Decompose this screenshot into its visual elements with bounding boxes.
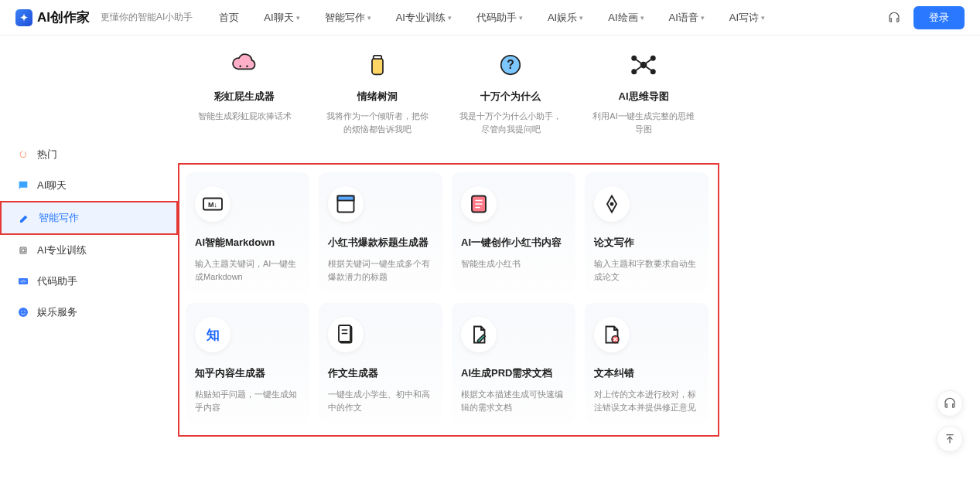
sidebar-item-chip[interactable]: AI专业训练 [0,235,178,266]
fire-icon [17,148,29,161]
card-title: 彩虹屁生成器 [192,90,297,104]
content-area: 彩虹屁生成器智能生成彩虹屁吹捧话术情绪树洞我将作为一个倾听者，把你的烦恼都告诉我… [178,36,980,483]
card-title: 文本纠错 [594,366,699,380]
login-button[interactable]: 登录 [913,6,965,29]
chip-icon [17,244,29,257]
writing-card-7[interactable]: 文本纠错对上传的文本进行校对，标注错误文本并提供修正意见 [585,303,709,424]
nav-item-2[interactable]: 智能写作▾ [325,11,371,25]
card-title: 知乎内容生成器 [195,366,300,380]
card-desc: 输入主题关键词，AI一键生成Markdown [195,257,300,283]
svg-rect-10 [374,56,382,59]
svg-text:M↓: M↓ [208,201,217,209]
writing-card-2[interactable]: AI一键创作小红书内容智能生成小红书 [452,172,575,294]
card-desc: 我是十万个为什么小助手，尽管向我提问吧 [458,110,563,135]
cloud-icon [226,46,263,83]
sidebar-label: AI聊天 [37,179,67,192]
float-buttons [937,390,963,452]
writing-card-1[interactable]: 小红书爆款标题生成器根据关键词一键生成多个有爆款潜力的标题 [319,172,442,294]
sidebar-item-smile[interactable]: 娱乐服务 [0,297,178,328]
support-button[interactable] [937,390,963,417]
card-title: 小红书爆款标题生成器 [328,236,433,250]
card-title: 论文写作 [594,236,699,250]
svg-text:知: 知 [206,328,220,342]
nav-item-5[interactable]: AI娱乐▾ [548,11,583,25]
window-icon [328,186,364,222]
chat-icon [17,179,29,192]
nav-item-4[interactable]: 代码助手▾ [476,11,523,25]
card-desc: 智能生成小红书 [461,257,566,270]
writing-tools-highlight: M↓AI智能Markdown输入主题关键词，AI一键生成Markdown小红书爆… [178,163,719,437]
svg-text:</>: </> [20,279,26,284]
writing-tools-grid: M↓AI智能Markdown输入主题关键词，AI一键生成Markdown小红书爆… [186,172,712,424]
question-icon: ? [492,46,529,83]
edit-icon [19,212,31,224]
chevron-down-icon: ▾ [579,14,583,22]
sidebar-label: AI专业训练 [37,243,87,257]
nav-item-6[interactable]: AI绘画▾ [608,11,644,25]
top-nav-bar: ✦ AI创作家 更懂你的智能AI小助手 首页AI聊天▾智能写作▾AI专业训练▾代… [0,0,980,36]
doc-icon [328,317,364,352]
card-title: AI一键创作小红书内容 [461,236,566,250]
top-card-1[interactable]: 情绪树洞我将作为一个倾听者，把你的烦恼都告诉我吧 [316,36,439,146]
writing-card-0[interactable]: M↓AI智能Markdown输入主题关键词，AI一键生成Markdown [186,172,309,294]
nav-item-1[interactable]: AI聊天▾ [264,11,299,25]
svg-point-8 [246,65,248,67]
headset-icon[interactable] [887,11,901,25]
card-desc: 利用AI一键生成完整的思维导图 [591,110,696,135]
writing-card-5[interactable]: 作文生成器一键生成小学生、初中和高中的作文 [319,303,442,424]
nav-item-7[interactable]: AI语音▾ [669,11,705,25]
writing-card-4[interactable]: 知知乎内容生成器粘贴知乎问题，一键生成知乎内容 [186,303,309,424]
card-title: 作文生成器 [328,366,433,380]
sidebar-item-fire[interactable]: 热门 [0,139,178,170]
svg-rect-9 [372,58,383,74]
pen-icon [594,186,630,222]
writing-card-3[interactable]: 论文写作输入主题和字数要求自动生成论文 [585,172,709,294]
top-card-3[interactable]: AI思维导图利用AI一键生成完整的思维导图 [582,36,705,146]
sidebar-label: 代码助手 [37,274,77,288]
sidebar-item-edit[interactable]: 智能写作 [0,201,178,235]
chevron-down-icon: ▾ [519,14,523,22]
top-card-0[interactable]: 彩虹屁生成器智能生成彩虹屁吹捧话术 [183,36,306,146]
nav-item-8[interactable]: AI写诗▾ [729,11,765,25]
card-desc: 根据关键词一键生成多个有爆款潜力的标题 [328,257,433,283]
card-title: AI生成PRD需求文档 [461,366,566,380]
top-card-row: 彩虹屁生成器智能生成彩虹屁吹捧话术情绪树洞我将作为一个倾听者，把你的烦恼都告诉我… [183,36,887,146]
card-desc: 输入主题和字数要求自动生成论文 [594,257,699,283]
top-card-2[interactable]: ?十万个为什么我是十万个为什么小助手，尽管向我提问吧 [449,36,572,146]
docedit-icon [461,317,497,352]
sidebar-item-code[interactable]: </>代码助手 [0,266,178,297]
nav-item-3[interactable]: AI专业训练▾ [396,11,452,25]
card-desc: 我将作为一个倾听者，把你的烦恼都告诉我吧 [325,110,430,135]
smile-icon [17,306,29,318]
logo-icon: ✦ [15,9,32,26]
note-icon [461,186,497,222]
card-desc: 根据文本描述生成可快速编辑的需求文档 [461,388,566,413]
chevron-down-icon: ▾ [701,14,705,22]
jar-icon [359,46,396,83]
code-icon: </> [17,275,29,287]
card-title: 情绪树洞 [325,90,430,104]
scroll-top-button[interactable] [937,426,963,452]
logo-text: AI创作家 [37,9,90,26]
card-desc: 对上传的文本进行校对，标注错误文本并提供修正意见 [594,388,699,413]
chevron-down-icon: ▾ [761,14,765,22]
card-desc: 粘贴知乎问题，一键生成知乎内容 [195,388,300,413]
sidebar-item-chat[interactable]: AI聊天 [0,170,178,201]
card-desc: 一键生成小学生、初中和高中的作文 [328,388,433,413]
logo-block[interactable]: ✦ AI创作家 [15,9,90,26]
writing-card-6[interactable]: AI生成PRD需求文档根据文本描述生成可快速编辑的需求文档 [452,303,575,424]
main-area: 热门AI聊天智能写作AI专业训练</>代码助手娱乐服务 彩虹屁生成器智能生成彩虹… [0,36,980,483]
nav-item-0[interactable]: 首页 [219,11,239,25]
svg-rect-1 [22,249,25,252]
card-title: AI思维导图 [591,90,696,104]
svg-point-5 [21,311,22,311]
docerror-icon [594,317,630,352]
card-title: AI智能Markdown [195,236,300,250]
svg-rect-21 [338,196,354,201]
svg-point-7 [239,65,241,67]
sidebar-label: 智能写作 [39,211,79,225]
card-title: 十万个为什么 [458,90,563,104]
sidebar-label: 娱乐服务 [37,305,77,319]
sidebar: 热门AI聊天智能写作AI专业训练</>代码助手娱乐服务 [0,36,178,483]
top-right: 登录 [887,6,965,29]
